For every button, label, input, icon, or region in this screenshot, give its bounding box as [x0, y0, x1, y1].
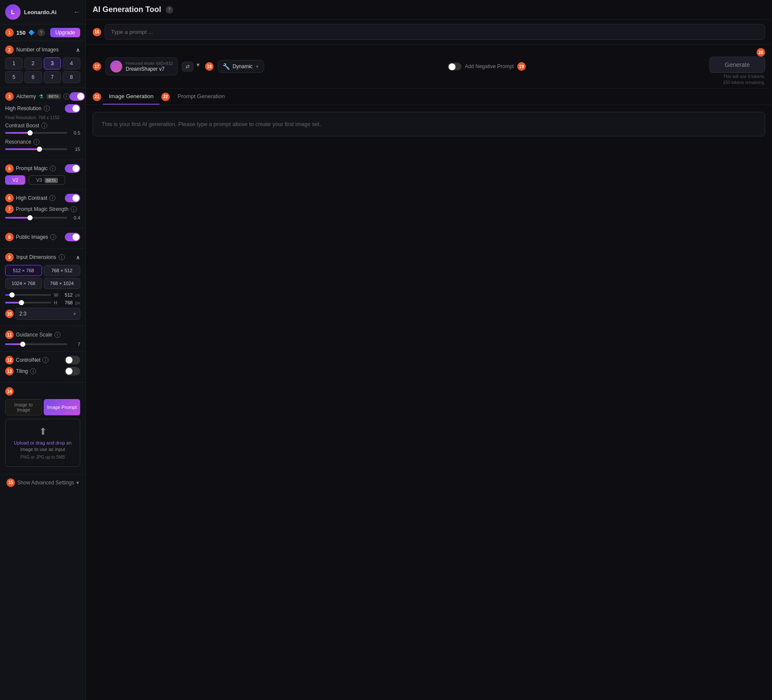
num-6[interactable]: 6	[24, 71, 42, 83]
strength-thumb[interactable]	[27, 215, 33, 220]
guidance-scale-section: 11 Guidance Scale i 7	[0, 326, 85, 352]
high-res-label: High Resolution i	[5, 105, 50, 111]
image-prompt-tab[interactable]: Image Prompt	[44, 399, 81, 415]
version-v2-button[interactable]: V2	[5, 175, 25, 185]
high-contrast-toggle[interactable]	[65, 194, 80, 202]
public-images-info[interactable]: i	[50, 234, 56, 240]
resonance-info[interactable]: i	[33, 139, 39, 145]
upload-area[interactable]: ⬆ Upload or drag and drop an image to us…	[5, 419, 80, 467]
prompt-bar: 16	[86, 20, 772, 45]
version-v3-button[interactable]: V3 BETA	[29, 175, 65, 185]
contrast-boost-track[interactable]	[5, 132, 67, 134]
upload-icon: ⬆	[11, 426, 75, 437]
collapse-images-icon[interactable]: ∧	[76, 47, 80, 53]
num-3[interactable]: 3	[44, 57, 61, 69]
sidebar-header: L Leonardo.Ai ←	[0, 0, 85, 24]
dim-512x768[interactable]: 512 × 768	[5, 265, 42, 276]
strength-value: 0.4	[70, 215, 80, 220]
width-track[interactable]	[5, 294, 51, 296]
badge20: 20	[757, 48, 765, 57]
num-2[interactable]: 2	[24, 57, 42, 69]
generate-button[interactable]: Generate	[709, 57, 765, 73]
tiling-info[interactable]: i	[30, 368, 36, 374]
alchemy-beta: BETA	[46, 94, 61, 99]
badge18: 18	[205, 62, 214, 71]
page-help-icon[interactable]: ?	[166, 6, 173, 14]
num-4[interactable]: 4	[63, 57, 80, 69]
h-value: 768	[61, 300, 72, 305]
height-row: H 768 px	[5, 300, 80, 305]
tab-prompt-generation[interactable]: Prompt Generation	[172, 89, 231, 105]
dim-1024x768[interactable]: 1024 × 768	[5, 278, 42, 289]
w-value: 512	[61, 292, 72, 297]
resonance-fill	[5, 148, 39, 150]
number-of-images-title: 2 Number of Images	[5, 45, 59, 54]
show-advanced-section: 15 Show Advanced Settings ▾	[0, 475, 85, 490]
controlnet-toggle[interactable]	[65, 356, 80, 364]
h-label: H	[54, 300, 59, 305]
high-res-info-icon[interactable]: i	[44, 105, 50, 111]
image-input-tabs: Image to Image Image Prompt	[5, 399, 80, 415]
prompt-magic-label: 5 Prompt Magic i	[5, 164, 56, 173]
input-dims-info[interactable]: i	[59, 254, 65, 260]
public-images-label: 8 Public Images i	[5, 233, 56, 241]
upload-link[interactable]: Upload or drag and drop	[14, 440, 65, 445]
contrast-boost-info[interactable]: i	[41, 123, 47, 129]
width-row: W 512 px	[5, 292, 80, 297]
high-res-toggle[interactable]	[65, 104, 80, 113]
sidebar-collapse-button[interactable]: ←	[73, 8, 80, 16]
high-contrast-info[interactable]: i	[49, 195, 55, 201]
badge21: 21	[93, 93, 101, 101]
model-info: Finetuned Model 640×832 DreamShaper v7	[126, 61, 173, 72]
input-dims-title: 9 Input Dimensions i	[5, 253, 65, 261]
prompt-input[interactable]	[105, 24, 765, 40]
resonance-label: Resonance i	[5, 139, 80, 145]
width-thumb[interactable]	[9, 292, 15, 297]
alchemy-toggle[interactable]	[69, 92, 85, 101]
neg-prompt-toggle[interactable]	[448, 63, 461, 70]
num-1[interactable]: 1	[5, 57, 23, 69]
resonance-track[interactable]	[5, 148, 67, 150]
dim-768x1024[interactable]: 768 × 1024	[44, 278, 81, 289]
tab-image-generation[interactable]: Image Generation	[103, 89, 160, 105]
dim-768x512[interactable]: 768 × 512	[44, 265, 81, 276]
num-5[interactable]: 5	[5, 71, 23, 83]
aspect-ratio-select[interactable]: 2:3 1:1 3:2 4:3 16:9	[15, 308, 80, 320]
section8-badge: 8	[5, 233, 14, 241]
strength-info[interactable]: i	[71, 206, 77, 212]
guidance-info[interactable]: i	[54, 332, 60, 338]
prompt-magic-info[interactable]: i	[50, 165, 56, 171]
tiling-row: 13 Tiling i	[5, 367, 80, 376]
upgrade-button[interactable]: Upgrade	[50, 28, 80, 37]
token-help-icon[interactable]: ?	[37, 29, 45, 36]
model-actions: ⇄ ▼	[182, 62, 201, 72]
image-to-image-tab[interactable]: Image to Image	[5, 399, 42, 415]
model-dropdown-chevron[interactable]: ▼	[195, 62, 201, 72]
guidance-thumb[interactable]	[20, 342, 25, 347]
collapse-dims-icon[interactable]: ∧	[76, 254, 80, 261]
public-images-toggle[interactable]	[65, 233, 80, 241]
model-selector[interactable]: Finetuned Model 640×832 DreamShaper v7	[106, 57, 178, 75]
public-images-section: 8 Public Images i	[0, 228, 85, 249]
model-label: Finetuned Model	[126, 61, 154, 66]
dynamic-selector[interactable]: 🔧 Dynamic ▼	[218, 60, 264, 73]
num-7[interactable]: 7	[44, 71, 61, 83]
height-track[interactable]	[5, 302, 51, 303]
number-of-images-section: 2 Number of Images ∧ 1 2 3 4 5 6 7 8	[0, 41, 85, 88]
contrast-boost-thumb[interactable]	[27, 130, 33, 135]
strength-track[interactable]	[5, 217, 67, 219]
alchemy-info-icon[interactable]: i	[63, 93, 69, 99]
height-thumb[interactable]	[19, 300, 24, 305]
show-advanced-label[interactable]: Show Advanced Settings	[17, 480, 74, 486]
model-switch-btn[interactable]: ⇄	[182, 62, 193, 72]
badge19: 19	[517, 62, 526, 71]
guidance-track[interactable]	[5, 343, 67, 345]
prompt-magic-toggle[interactable]	[65, 164, 80, 173]
resonance-thumb[interactable]	[37, 147, 42, 152]
controlnet-label: 12 ControlNet i	[5, 356, 48, 364]
model-name: DreamShaper v7	[126, 66, 173, 72]
tiling-toggle[interactable]	[65, 367, 80, 376]
controlnet-info[interactable]: i	[42, 357, 48, 363]
contrast-boost-row: Contrast Boost i 0.5	[5, 123, 80, 135]
num-8[interactable]: 8	[63, 71, 80, 83]
